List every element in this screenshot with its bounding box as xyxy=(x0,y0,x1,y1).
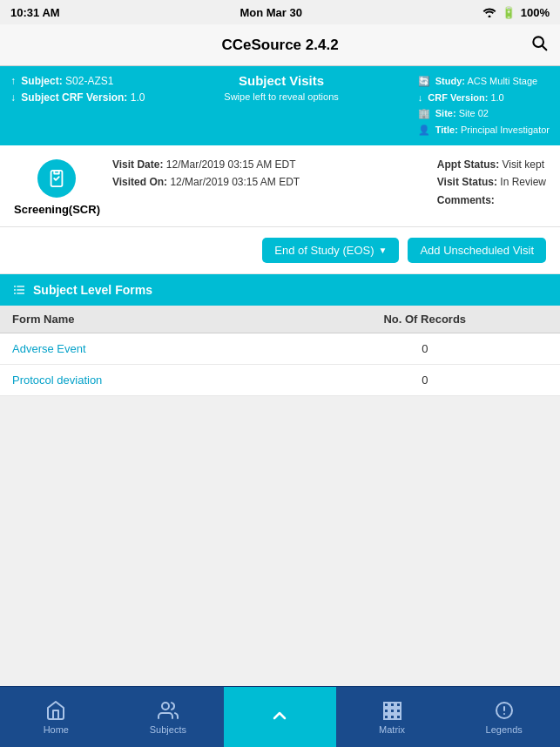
site-icon: 🏢 xyxy=(418,108,430,118)
subject-up-icon: ↑ xyxy=(10,75,16,87)
title-label: Title: xyxy=(435,124,458,135)
subject-forms-header: Subject Level Forms xyxy=(0,274,560,306)
app-title: CCeSource 2.4.2 xyxy=(221,37,338,54)
content-area: Screening(SCR) Visit Date: 12/Mar/2019 0… xyxy=(0,145,560,696)
svg-rect-7 xyxy=(14,293,16,293)
eos-dropdown-icon: ▼ xyxy=(379,246,388,255)
subjects-icon xyxy=(158,700,179,721)
tab-legends[interactable]: Legends xyxy=(448,687,560,747)
tab-subjects[interactable]: Subjects xyxy=(112,687,225,747)
up-icon xyxy=(269,705,290,726)
visit-name: Screening(SCR) xyxy=(14,203,100,216)
svg-point-0 xyxy=(533,37,543,47)
header-info: ↑ Subject: S02-AZS1 ↓ Subject CRF Versio… xyxy=(0,66,560,145)
site-value: Site 02 xyxy=(459,108,489,118)
comments-label: Comments: xyxy=(437,194,495,206)
svg-rect-8 xyxy=(17,293,24,293)
tab-matrix-label: Matrix xyxy=(379,724,405,735)
svg-rect-3 xyxy=(14,286,16,286)
eos-button-label: End of Study (EOS) xyxy=(274,244,374,257)
refresh-icon: 🔄 xyxy=(418,76,430,86)
matrix-icon xyxy=(381,700,402,721)
home-icon xyxy=(45,700,66,721)
legends-icon xyxy=(494,700,515,721)
svg-point-9 xyxy=(162,703,169,710)
visit-card: Screening(SCR) Visit Date: 12/Mar/2019 0… xyxy=(0,145,560,227)
svg-rect-13 xyxy=(384,709,388,713)
form-name-cell[interactable]: Adverse Event xyxy=(0,333,290,364)
visit-status-value: In Review xyxy=(500,176,546,188)
visit-status-label: Visit Status: xyxy=(437,176,497,188)
svg-rect-12 xyxy=(396,703,401,707)
battery-percent: 100% xyxy=(521,6,550,19)
visit-status: Appt Status: Visit kept Visit Status: In… xyxy=(437,156,546,209)
list-icon xyxy=(12,283,26,297)
visited-on-label: Visited On: xyxy=(112,176,167,188)
svg-rect-16 xyxy=(384,715,388,719)
add-visit-label: Add Unscheduled Visit xyxy=(420,244,534,257)
visit-details: Visit Date: 12/Mar/2019 03:15 AM EDT Vis… xyxy=(112,156,425,192)
status-bar: 10:31 AM Mon Mar 30 🔋 100% xyxy=(0,0,560,24)
svg-rect-4 xyxy=(17,286,24,286)
svg-rect-17 xyxy=(390,715,395,719)
records-header: No. Of Records xyxy=(290,306,560,333)
study-label: Study: xyxy=(435,76,465,86)
visit-date-label: Visit Date: xyxy=(112,158,163,171)
crf-version-value: 1.0 xyxy=(131,91,145,104)
tab-home[interactable]: Home xyxy=(0,687,112,747)
wifi-icon xyxy=(482,7,496,17)
svg-rect-11 xyxy=(390,703,395,707)
form-name-header: Form Name xyxy=(0,306,290,333)
nav-bar: CCeSource 2.4.2 xyxy=(0,24,560,66)
right-crf-label: CRF Version: xyxy=(428,92,488,103)
tab-bar: Home Subjects Matrix Legends xyxy=(0,686,560,747)
end-of-study-button[interactable]: End of Study (EOS) ▼ xyxy=(262,238,399,263)
records-cell: 0 xyxy=(290,364,560,395)
forms-table: Form Name No. Of Records Adverse Event0P… xyxy=(0,306,560,396)
visit-date-value: 12/Mar/2019 03:15 AM EDT xyxy=(166,158,296,171)
subject-forms-title: Subject Level Forms xyxy=(33,283,152,297)
right-crf-value: 1.0 xyxy=(490,92,503,103)
svg-rect-6 xyxy=(17,289,24,290)
search-button[interactable] xyxy=(530,34,548,56)
actions-row: End of Study (EOS) ▼ Add Unscheduled Vis… xyxy=(0,227,560,274)
tab-subjects-label: Subjects xyxy=(150,724,186,735)
subject-value: S02-AZS1 xyxy=(65,75,113,87)
subject-forms-section: Subject Level Forms Form Name No. Of Rec… xyxy=(0,274,560,396)
appt-status-value: Visit kept xyxy=(503,158,544,171)
visit-icon-wrap xyxy=(37,159,76,198)
table-header-row: Form Name No. Of Records xyxy=(0,306,560,333)
status-time: 10:31 AM xyxy=(10,6,60,19)
tab-home-label: Home xyxy=(44,724,69,735)
crf-icon: ↓ xyxy=(418,92,423,103)
records-cell: 0 xyxy=(290,333,560,364)
clipboard-check-icon xyxy=(47,169,66,188)
svg-rect-5 xyxy=(14,289,16,290)
status-icons: 🔋 100% xyxy=(482,6,550,19)
form-name-cell[interactable]: Protocol deviation xyxy=(0,364,290,395)
table-row: Protocol deviation0 xyxy=(0,364,560,395)
tab-up[interactable] xyxy=(224,687,336,747)
svg-rect-14 xyxy=(390,709,395,713)
subject-visits-title: Subject Visits xyxy=(224,73,338,88)
svg-line-1 xyxy=(543,46,546,50)
appt-status-label: Appt Status: xyxy=(437,158,499,171)
crf-down-icon: ↓ xyxy=(10,91,16,104)
tab-legends-label: Legends xyxy=(486,724,523,735)
title-value: Principal Investigator xyxy=(461,124,550,135)
table-row: Adverse Event0 xyxy=(0,333,560,364)
tab-matrix[interactable]: Matrix xyxy=(336,687,449,747)
battery-icon: 🔋 xyxy=(502,6,516,19)
crf-version-label: Subject CRF Version: xyxy=(21,91,127,104)
visited-on-value: 12/Mar/2019 03:15 AM EDT xyxy=(170,176,300,188)
site-label: Site: xyxy=(435,108,456,118)
header-left: ↑ Subject: S02-AZS1 ↓ Subject CRF Versio… xyxy=(10,73,145,106)
header-center: Subject Visits Swipe left to reveal opti… xyxy=(224,73,338,102)
svg-rect-18 xyxy=(396,715,401,719)
add-unscheduled-visit-button[interactable]: Add Unscheduled Visit xyxy=(408,238,546,263)
status-date: Mon Mar 30 xyxy=(240,6,302,19)
person-icon: 👤 xyxy=(418,124,430,135)
search-icon xyxy=(530,34,548,51)
subject-label: Subject: xyxy=(21,75,62,87)
svg-rect-15 xyxy=(396,709,401,713)
